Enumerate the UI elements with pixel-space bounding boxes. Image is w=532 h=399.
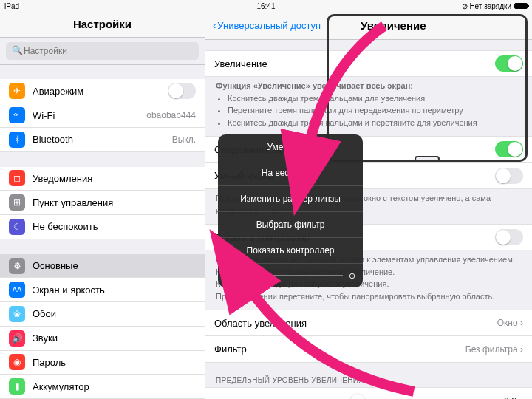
sidebar-item-label: Пункт управления <box>33 197 113 208</box>
sidebar-item-control-center[interactable]: ⊞ Пункт управления <box>0 191 205 215</box>
status-bar: iPad 16:41 ⊘ Нет зарядки <box>0 0 532 12</box>
row-value: Окно › <box>497 318 523 328</box>
moon-icon: ☾ <box>9 219 25 235</box>
sidebar-item-passcode[interactable]: ◉ Пароль <box>0 351 205 375</box>
row-value: Выкл. <box>172 134 196 145</box>
battery-icon: ▮ <box>9 378 25 395</box>
sidebar-item-wallpaper[interactable]: ❀ Обои <box>0 302 205 327</box>
sidebar-item-label: Экран и яркость <box>33 284 105 296</box>
sidebar-item-airplane[interactable]: ✈ Авиарежим <box>0 79 205 103</box>
zoom-toggle[interactable] <box>495 55 523 72</box>
sidebar-item-label: Bluetooth <box>33 134 73 145</box>
airplane-icon: ✈ <box>9 83 25 99</box>
follow-focus-toggle[interactable] <box>495 141 523 157</box>
popup-item-resize-lens[interactable]: Изменить размер линзы <box>218 186 363 212</box>
airplane-toggle[interactable] <box>168 83 196 99</box>
sidebar-title: Настройки <box>0 12 205 38</box>
sidebar-item-label: Аккумулятор <box>33 381 89 392</box>
battery-icon <box>514 3 528 9</box>
sidebar-item-sounds[interactable]: 🔊 Звуки <box>0 327 205 351</box>
max-zoom-value: 6,2x <box>503 395 522 399</box>
search-icon: 🔍 <box>12 45 23 55</box>
lock-icon: ◉ <box>9 354 25 370</box>
sidebar-item-label: Звуки <box>33 332 58 344</box>
display-icon: AA <box>9 282 25 298</box>
sidebar-item-label: Авиарежим <box>33 86 83 97</box>
sidebar-item-label: Обои <box>33 308 56 319</box>
annotation-arrow-2 <box>229 266 421 399</box>
sidebar-item-battery[interactable]: ▮ Аккумулятор <box>0 375 205 399</box>
status-charge: ⊘ Нет зарядки <box>462 2 511 10</box>
sidebar-item-label: Уведомления <box>33 173 92 184</box>
bluetooth-icon: ᚼ <box>9 132 25 148</box>
wifi-icon: ᯤ <box>9 107 25 123</box>
notifications-icon: ◻ <box>9 170 25 186</box>
sidebar-item-notifications[interactable]: ◻ Уведомления <box>0 167 205 191</box>
row-value: Без фильтра › <box>466 344 523 355</box>
sidebar-item-general[interactable]: ⚙ Основные <box>0 254 205 279</box>
row-value: obaobab444 <box>146 110 196 120</box>
sidebar-item-dnd[interactable]: ☾ Не беспокоить <box>0 215 205 239</box>
sounds-icon: 🔊 <box>9 330 25 347</box>
sidebar-item-label: Основные <box>33 260 78 271</box>
sidebar-item-wifi[interactable]: ᯤ Wi-Fi obaobab444 <box>0 103 205 128</box>
sidebar-item-label: Не беспокоить <box>33 221 98 232</box>
sidebar-item-display[interactable]: AA Экран и яркость <box>0 278 205 302</box>
control-center-icon: ⊞ <box>9 194 25 211</box>
popup-item-choose-filter[interactable]: Выбрать фильтр <box>218 212 363 238</box>
search-input[interactable] <box>6 42 199 60</box>
sidebar-item-label: Пароль <box>33 357 66 368</box>
row-label: Увеличение <box>214 58 267 69</box>
popup-item-show-controller[interactable]: Показать контроллер <box>218 238 363 264</box>
gear-icon: ⚙ <box>9 258 25 274</box>
smart-typing-toggle[interactable] <box>495 168 523 184</box>
status-time: 16:41 <box>256 2 275 10</box>
show-controller-toggle[interactable] <box>495 229 523 245</box>
sidebar: Настройки 🔍 ✈ Авиарежим ᯤ Wi-Fi obaobab4… <box>0 12 205 399</box>
status-device: iPad <box>4 2 19 10</box>
wallpaper-icon: ❀ <box>9 306 25 322</box>
annotation-arrow-1 <box>296 22 429 180</box>
chevron-left-icon: ‹ <box>213 20 216 31</box>
sidebar-item-bluetooth[interactable]: ᚼ Bluetooth Выкл. <box>0 128 205 152</box>
sidebar-item-label: Wi-Fi <box>33 110 55 121</box>
